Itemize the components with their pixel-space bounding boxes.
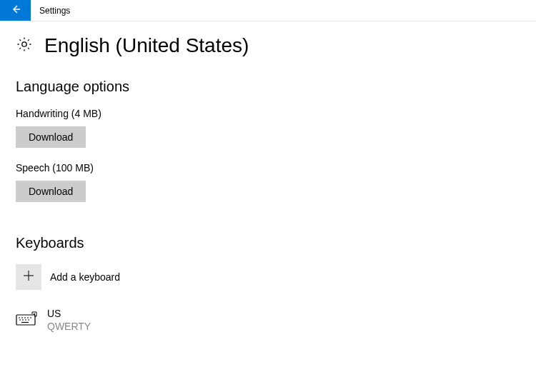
download-speech-button[interactable]: Download (16, 181, 86, 202)
add-tile (16, 264, 41, 290)
keyboard-layout: QWERTY (47, 320, 91, 333)
section-heading-keyboards: Keyboards (16, 235, 520, 251)
keyboard-name: US (47, 307, 91, 320)
plus-icon (23, 270, 34, 284)
window-title: Settings (31, 0, 70, 21)
back-button[interactable] (0, 0, 31, 21)
option-label: Handwriting (4 MB) (16, 108, 520, 119)
back-arrow-icon (10, 4, 21, 18)
option-speech: Speech (100 MB) Download (16, 162, 520, 202)
add-keyboard-button[interactable]: Add a keyboard (16, 264, 520, 290)
option-handwriting: Handwriting (4 MB) Download (16, 108, 520, 148)
gear-icon (16, 36, 33, 56)
download-handwriting-button[interactable]: Download (16, 126, 86, 148)
keyboard-text: US QWERTY (47, 307, 91, 333)
add-keyboard-label: Add a keyboard (50, 271, 120, 283)
svg-point-15 (34, 314, 35, 315)
section-heading-language-options: Language options (16, 79, 520, 95)
title-bar: Settings (0, 0, 536, 21)
svg-point-1 (22, 42, 26, 46)
keyboard-icon (16, 311, 37, 328)
content: English (United States) Language options… (0, 21, 536, 346)
page-title: English (United States) (44, 34, 249, 57)
keyboard-item-us[interactable]: US QWERTY (16, 307, 520, 333)
option-label: Speech (100 MB) (16, 162, 520, 174)
page-header: English (United States) (16, 34, 520, 57)
